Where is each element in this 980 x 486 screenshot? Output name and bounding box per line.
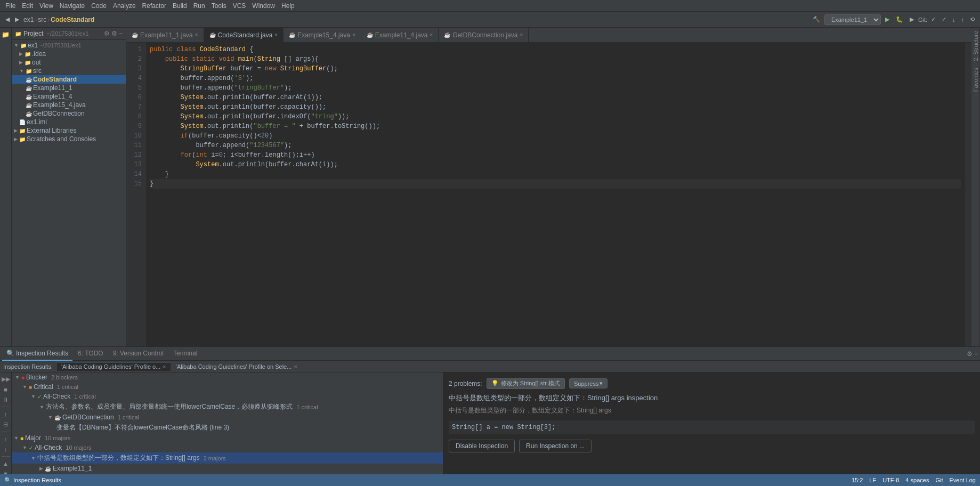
java-icon-codestandard: ☕: [26, 77, 32, 83]
blocker-label: Blocker: [26, 374, 47, 381]
menu-run[interactable]: Run: [190, 1, 208, 11]
collapse-icon[interactable]: ↓: [3, 445, 9, 453]
insp-item-dbname[interactable]: 变量名【DBName】不符合lowerCamelCase命名风格 (line 3…: [12, 422, 443, 433]
menu-help[interactable]: Help: [278, 1, 298, 11]
insp-item-allcheck-2[interactable]: ▼ ✓ All-Check 10 majors: [12, 443, 443, 452]
forward-button[interactable]: ▶: [13, 15, 21, 24]
status-event-log[interactable]: Event Log: [949, 477, 976, 483]
folder-icon-out: 📁: [25, 60, 31, 66]
tree-item-external-libraries[interactable]: ▶ 📁 External Libraries: [12, 126, 126, 135]
tree-item-out[interactable]: ▶ 📁 out: [12, 58, 126, 67]
favorites-label[interactable]: Favorites: [973, 64, 979, 95]
tree-item-idea[interactable]: ▶ 📁 .idea: [12, 50, 126, 58]
git-checkmark2[interactable]: ✓: [939, 15, 949, 24]
tab-example11-4[interactable]: ☕ Example11_4.java ×: [361, 28, 439, 43]
structure-label[interactable]: 2: Structure: [973, 28, 979, 64]
minimize-icon[interactable]: −: [974, 350, 978, 358]
tab-getdbconnection[interactable]: ☕ GetDBConnection.java ×: [439, 28, 529, 43]
git-update[interactable]: ↓: [950, 15, 958, 24]
run-inspection-button[interactable]: Run Inspection on ...: [519, 440, 592, 452]
inspection-tab-2[interactable]: 'Alibaba Coding Guidelines' Profile on S…: [172, 362, 302, 371]
breadcrumb-active[interactable]: CodeStandard: [51, 16, 94, 23]
insp-item-critical[interactable]: ▼ ■ Critical 1 critical: [12, 382, 443, 392]
git-checkmark1[interactable]: ✓: [929, 15, 938, 24]
filter-icon[interactable]: ⊟: [2, 420, 9, 429]
run-button[interactable]: ▶: [883, 15, 892, 24]
tab-inspection-results[interactable]: 🔍 Inspection Results: [2, 347, 72, 361]
tab-example11-1[interactable]: ☕ Example11_1.java ×: [126, 28, 204, 43]
close-tab-getdbconnection[interactable]: ×: [520, 32, 523, 38]
menu-navigate[interactable]: Navigate: [56, 1, 88, 11]
tree-item-example11-4[interactable]: ☕ Example11_4: [12, 92, 126, 101]
build-button[interactable]: 🔨: [811, 15, 822, 24]
breadcrumb-project[interactable]: ex1: [23, 16, 34, 23]
tree-item-scratches[interactable]: ▶ 📁 Scratches and Consoles: [12, 135, 126, 143]
insp-item-stringargs[interactable]: ▼ 中括号是数组类型的一部分，数组定义如下：String[] args 2 ma…: [12, 452, 443, 464]
tab-codestandard[interactable]: ☕ CodeStandard.java ×: [204, 28, 284, 43]
tab-terminal[interactable]: Terminal: [169, 347, 201, 361]
insp-item-allcheck-1[interactable]: ▼ ✓ All-Check 1 critical: [12, 392, 443, 401]
collapse-icon[interactable]: −: [119, 30, 123, 37]
tree-item-ex1-iml[interactable]: 📄 ex1.iml: [12, 118, 126, 126]
close-tab-example11-1[interactable]: ×: [195, 32, 198, 38]
tree-item-codestandard[interactable]: ☕ CodeStandard: [12, 75, 126, 84]
run-config-select[interactable]: Example11_1: [824, 14, 881, 25]
stop-icon[interactable]: ■: [3, 385, 9, 394]
status-inspection[interactable]: 🔍 Inspection Results: [4, 477, 61, 484]
disable-inspection-button[interactable]: Disable Inspection: [449, 440, 515, 452]
code-content[interactable]: public class CodeStandard { public stati…: [145, 43, 965, 346]
prev-icon[interactable]: ▲: [2, 459, 10, 468]
inspection-tab-1[interactable]: 'Alibaba Coding Guidelines' Profile o...…: [57, 362, 171, 371]
close-tab-codestandard[interactable]: ×: [274, 32, 278, 38]
debug-button[interactable]: 🐛: [894, 15, 905, 24]
insp-item-getdbconn[interactable]: ▼ ☕ GetDBConnection 1 critical: [12, 412, 443, 422]
tree-item-getdbconnection[interactable]: ☕ GetDBConnection: [12, 109, 126, 118]
close-inspection-tab-2[interactable]: ×: [294, 363, 297, 370]
toolbar: ◀ ▶ ex1 › src › CodeStandard 🔨 Example11…: [0, 12, 980, 28]
menu-refactor[interactable]: Refactor: [139, 1, 169, 11]
next-icon[interactable]: ▼: [2, 469, 10, 474]
run-with-coverage[interactable]: ▶: [908, 15, 916, 24]
suppress-button[interactable]: Suppress ▾: [569, 378, 608, 388]
insp-item-major[interactable]: ▼ ■ Major 10 majors: [12, 433, 443, 443]
project-icon[interactable]: 📁: [1, 30, 11, 39]
insp-item-blocker[interactable]: ▼ ■ Blocker 2 blockers: [12, 372, 443, 382]
pause-icon[interactable]: ⏸: [2, 395, 10, 404]
menu-code[interactable]: Code: [88, 1, 110, 11]
menu-build[interactable]: Build: [169, 1, 190, 11]
tree-item-example15-4[interactable]: ☕ Example15_4.java: [12, 101, 126, 109]
settings-icon[interactable]: ⚙: [967, 350, 973, 358]
tab-version-control[interactable]: 9: Version Control: [109, 347, 168, 361]
close-inspection-tab-1[interactable]: ×: [163, 363, 166, 370]
close-tab-example11-4[interactable]: ×: [430, 32, 433, 38]
rerun-icon[interactable]: ▶▶: [1, 375, 11, 384]
menu-window[interactable]: Window: [249, 1, 278, 11]
fix-button[interactable]: 💡 修改为 String[] str 模式: [487, 378, 565, 389]
sync-icon[interactable]: ⚙: [104, 30, 110, 37]
menu-tools[interactable]: Tools: [208, 1, 230, 11]
gear-icon[interactable]: ⚙: [111, 30, 117, 37]
tab-example15-4[interactable]: ☕ Example15_4.java ×: [284, 28, 361, 43]
expand-icon[interactable]: ↑: [3, 435, 9, 443]
folder-icon-src: 📁: [26, 68, 32, 74]
tree-item-ex1[interactable]: ▼ 📁 ex1 ~/20175301/ex1: [12, 41, 126, 50]
tab-todo[interactable]: 6: TODO: [74, 347, 108, 361]
toolbar-right: 🔨 Example11_1 ▶ 🐛 ▶ Git: ✓ ✓ ↓ ↑ ⟲: [811, 14, 977, 25]
menu-file[interactable]: File: [2, 1, 19, 11]
tree-item-src[interactable]: ▼ 📁 src: [12, 67, 126, 75]
back-button[interactable]: ◀: [3, 15, 12, 24]
sort-alpha-icon[interactable]: ↕: [3, 410, 9, 418]
menu-view[interactable]: View: [36, 1, 56, 11]
tree-label-codestandard: CodeStandard: [33, 76, 77, 83]
menu-analyze[interactable]: Analyze: [110, 1, 139, 11]
git-history[interactable]: ⟲: [968, 15, 977, 24]
insp-item-camelcase[interactable]: ▼ 方法名、参数名、成员变量、局部变量都统一使用lowerCamelCase，必…: [12, 401, 443, 412]
menu-vcs[interactable]: VCS: [230, 1, 249, 11]
breadcrumb-src[interactable]: src: [38, 16, 46, 23]
tree-item-example11-1[interactable]: ☕ Example11_1: [12, 84, 126, 92]
bottom-panel-tools: ⚙ −: [967, 350, 978, 358]
insp-item-example11-1-insp[interactable]: ▶ ☕ Example11_1: [12, 464, 443, 473]
git-push[interactable]: ↑: [959, 15, 967, 24]
menu-edit[interactable]: Edit: [19, 1, 36, 11]
close-tab-example15-4[interactable]: ×: [352, 32, 355, 38]
